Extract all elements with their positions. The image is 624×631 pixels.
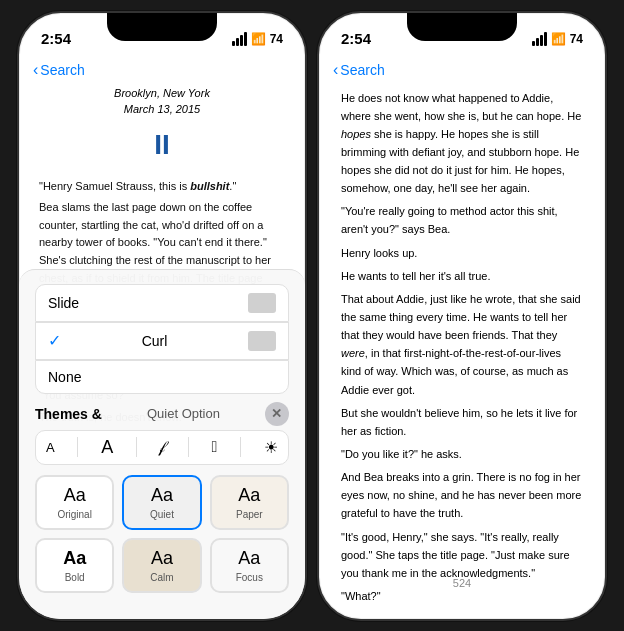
back-button-left[interactable]: ‹ Search <box>33 61 85 79</box>
phones-container: 2:54 📶 74 ‹ Search Brooklyn, <box>17 11 607 621</box>
nav-bar-right[interactable]: ‹ Search <box>319 57 605 85</box>
chevron-left-icon-right: ‹ <box>333 61 338 79</box>
nav-bar-left[interactable]: ‹ Search <box>19 57 305 85</box>
time-left: 2:54 <box>41 30 71 47</box>
theme-bold-preview: Aa <box>63 548 86 569</box>
theme-bold-label: Bold <box>65 572 85 583</box>
wifi-icon: 📶 <box>251 32 266 46</box>
theme-calm-preview: Aa <box>151 548 173 569</box>
option-curl-label: Curl <box>142 333 168 349</box>
status-bar-left: 2:54 📶 74 <box>19 13 305 57</box>
book-location: Brooklyn, New YorkMarch 13, 2015 <box>39 85 285 118</box>
para-5: That about Addie, just like he wrote, th… <box>341 290 583 399</box>
option-slide[interactable]: Slide <box>35 284 289 322</box>
page-number: 524 <box>319 577 605 589</box>
theme-quiet-preview: Aa <box>151 485 173 506</box>
check-icon: ✓ <box>48 331 61 350</box>
font-style-icon[interactable]: 𝕇 <box>211 438 217 456</box>
overlay-panel: Slide ✓ Curl None Themes & Quiet Option … <box>19 269 305 619</box>
brightness-icon[interactable]: ☀ <box>264 438 278 457</box>
option-slide-label: Slide <box>48 295 79 311</box>
signal-icon <box>232 32 247 46</box>
theme-original-label: Original <box>57 509 91 520</box>
right-phone: 2:54 📶 74 ‹ Search He does not know what… <box>317 11 607 621</box>
wifi-icon-right: 📶 <box>551 32 566 46</box>
para-1: He does not know what happened to Addie,… <box>341 89 583 198</box>
option-none-label: None <box>48 369 81 385</box>
reading-area-right: He does not know what happened to Addie,… <box>319 85 605 605</box>
option-none[interactable]: None <box>35 360 289 394</box>
font-type-icon[interactable]: 𝒻 <box>160 438 165 456</box>
slide-icon <box>248 293 276 313</box>
para-2: "You're really going to method actor thi… <box>341 202 583 238</box>
status-icons-right: 📶 74 <box>532 32 583 46</box>
separator-3 <box>188 437 189 457</box>
theme-original[interactable]: Aa Original <box>35 475 114 530</box>
chevron-left-icon: ‹ <box>33 61 38 79</box>
font-controls: A A 𝒻 𝕇 ☀ <box>35 430 289 465</box>
signal-icon-right <box>532 32 547 46</box>
back-button-right[interactable]: ‹ Search <box>333 61 385 79</box>
theme-paper-preview: Aa <box>238 485 260 506</box>
theme-paper[interactable]: Aa Paper <box>210 475 289 530</box>
theme-calm[interactable]: Aa Calm <box>122 538 201 593</box>
curl-icon <box>248 331 276 351</box>
battery-left: 74 <box>270 32 283 46</box>
battery-right: 74 <box>570 32 583 46</box>
theme-bold[interactable]: Aa Bold <box>35 538 114 593</box>
para-3: Henry looks up. <box>341 244 583 262</box>
para-10: "What?" <box>341 587 583 604</box>
para-9: "It's good, Henry," she says. "It's real… <box>341 528 583 582</box>
book-header: Brooklyn, New YorkMarch 13, 2015 II <box>39 85 285 168</box>
theme-quiet-label: Quiet <box>150 509 174 520</box>
theme-paper-label: Paper <box>236 509 263 520</box>
theme-focus-label: Focus <box>236 572 263 583</box>
chapter-number: II <box>39 122 285 168</box>
theme-focus[interactable]: Aa Focus <box>210 538 289 593</box>
theme-calm-label: Calm <box>150 572 173 583</box>
theme-grid: Aa Original Aa Quiet Aa Paper Aa Bold Aa <box>35 475 289 593</box>
para-4: He wants to tell her it's all true. <box>341 267 583 285</box>
quiet-option-label: Quiet Option <box>147 406 220 421</box>
transition-options: Slide ✓ Curl None <box>35 284 289 394</box>
time-right: 2:54 <box>341 30 371 47</box>
theme-quiet[interactable]: Aa Quiet <box>122 475 201 530</box>
theme-focus-preview: Aa <box>238 548 260 569</box>
back-label-left: Search <box>40 62 84 78</box>
close-button[interactable]: ✕ <box>265 402 289 426</box>
back-label-right: Search <box>340 62 384 78</box>
themes-header: Themes & Quiet Option ✕ <box>35 402 289 426</box>
theme-original-preview: Aa <box>64 485 86 506</box>
option-curl[interactable]: ✓ Curl <box>35 322 289 360</box>
status-bar-right: 2:54 📶 74 <box>319 13 605 57</box>
separator-1 <box>77 437 78 457</box>
left-phone: 2:54 📶 74 ‹ Search Brooklyn, <box>17 11 307 621</box>
status-icons-left: 📶 74 <box>232 32 283 46</box>
para-6: But she wouldn't believe him, so he lets… <box>341 404 583 440</box>
para-8: And Bea breaks into a grin. There is no … <box>341 468 583 522</box>
para-7: "Do you like it?" he asks. <box>341 445 583 463</box>
separator-2 <box>136 437 137 457</box>
font-size-small-label[interactable]: A <box>46 440 55 455</box>
font-size-large-label[interactable]: A <box>101 437 113 458</box>
separator-4 <box>240 437 241 457</box>
themes-title: Themes & <box>35 406 102 422</box>
